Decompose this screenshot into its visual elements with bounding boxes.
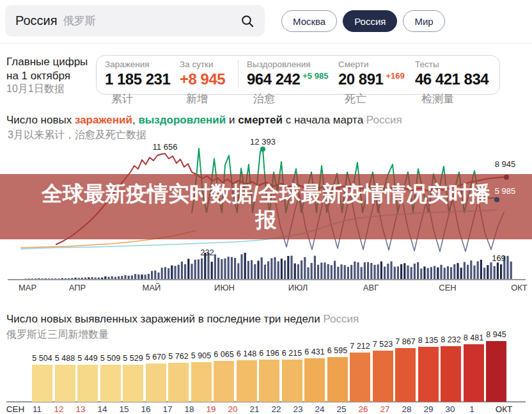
recent-day-label: 23 [293, 404, 302, 414]
mini-bar [51, 278, 53, 279]
mini-bar [187, 259, 189, 279]
mini-bar [281, 259, 283, 279]
mini-bar [48, 278, 50, 279]
recent-bar-value: 6 431 [304, 347, 324, 356]
tabs: МоскваРоссияМир [281, 10, 451, 32]
mini-month-label-ИЮЛ: ИЮЛ [288, 283, 308, 292]
recent-bar-value: 8 481 [464, 333, 483, 342]
mini-bar [164, 267, 166, 279]
mini-bar [45, 278, 47, 279]
summary-heading-line2: на 1 октября [6, 69, 88, 83]
mini-bar [257, 260, 259, 279]
mini-bar [74, 278, 76, 279]
summary-heading-line1: Главные цифры [6, 55, 88, 69]
mini-month-label-АВГ: АВГ [363, 283, 379, 292]
stat-label: Заражения [105, 60, 170, 69]
stat-column-3: Смерти20 891+169死亡 [338, 60, 405, 106]
recent-bar [282, 360, 302, 402]
overlay-banner-text: 全球最新疫情实时数据/全球最新疫情情况实时播报 [37, 180, 495, 233]
mini-bar [217, 258, 219, 279]
mini-month-label-СЕН: СЕН [439, 283, 456, 292]
mini-bar [400, 264, 402, 279]
stat-value: +8 945 [180, 70, 225, 88]
stat-column-0: Заражения1 185 231累计 [105, 60, 170, 106]
mini-bar [178, 265, 180, 279]
recent-bar-value: 8 135 [418, 336, 438, 345]
mini-bar [107, 277, 109, 279]
recent-bar-value: 8 945 [486, 330, 506, 339]
recent-bar [100, 365, 121, 402]
mini-bar [38, 278, 40, 279]
stat-label: Выздоровления [247, 60, 328, 69]
mini-bar [191, 264, 192, 279]
mini-bar [287, 256, 289, 279]
mini-bar [370, 263, 372, 279]
mini-bar [95, 278, 97, 279]
mini-bar [151, 271, 153, 279]
mini-bar [423, 267, 425, 280]
recent-bar [395, 348, 416, 402]
recent-title: Число новых выявленных заражений в после… [6, 313, 359, 326]
tab-москва[interactable]: Москва [281, 10, 337, 32]
mini-axis-line [8, 279, 526, 280]
title-part: Число новых выявленных заражений в после… [6, 313, 323, 325]
mini-bar [28, 278, 30, 279]
mini-bar [98, 278, 100, 280]
title-part: Россия [323, 313, 359, 325]
mini-bar [377, 264, 379, 279]
recent-bar [327, 357, 348, 402]
recent-bar [146, 363, 166, 402]
recent-day-label: 28 [402, 404, 411, 414]
tab-мир[interactable]: Мир [403, 10, 444, 32]
mini-bar [148, 274, 150, 279]
recent-day-label: 22 [271, 404, 281, 414]
mini-bar [221, 259, 223, 279]
mini-bar [387, 264, 389, 279]
chart-annotation-0: 11 656 [153, 142, 178, 152]
recent-bar-value: 5 529 [123, 354, 143, 363]
recent-day-label: 19 [206, 404, 215, 414]
mini-bar [324, 262, 325, 279]
mini-bar [453, 264, 455, 279]
mini-month-label-АПР: АПР [69, 283, 86, 292]
search-input[interactable]: Россия 俄罗斯 [5, 5, 265, 36]
mini-bar [231, 257, 233, 279]
recent-bar-value: 8 232 [441, 335, 460, 344]
mini-bar [228, 257, 230, 279]
search-icon[interactable] [240, 14, 254, 28]
recent-bar-value: 6 148 [237, 349, 256, 358]
mini-bar [417, 262, 419, 279]
mini-bar-chart [0, 253, 532, 281]
tab-россия[interactable]: Россия [343, 10, 397, 32]
recent-day-label: 24 [315, 404, 324, 414]
recent-bar-value: 5 504 [32, 354, 52, 363]
stat-delta: +169 [386, 71, 404, 81]
mini-bar [284, 260, 286, 279]
summary-heading: Главные цифры на 1 октября [6, 55, 88, 83]
recent-day-label: 12 [54, 404, 63, 414]
mini-bar [264, 265, 266, 279]
recent-bar-value: 5 670 [146, 353, 166, 362]
recent-day-label: 20 [228, 404, 237, 414]
recent-bar [441, 346, 461, 402]
mini-bar [247, 261, 249, 279]
mini-bar [171, 266, 173, 279]
mini-bar [411, 267, 412, 279]
stat-column-2: Выздоровления964 242+5 985治愈 [247, 60, 328, 106]
mini-bar [234, 258, 236, 279]
title-part: смертей [238, 114, 283, 126]
mini-bar [364, 262, 366, 279]
mini-bar [373, 265, 375, 279]
mini-bar [301, 260, 302, 279]
mini-bar [397, 266, 399, 279]
mini-bar [506, 256, 508, 279]
recent-bar-value: 5 488 [55, 354, 75, 363]
mini-bar [88, 277, 90, 279]
mini-bar [111, 276, 113, 279]
mini-bar [240, 254, 242, 279]
stat-column-1: За сутки+8 945新增 [180, 60, 225, 106]
recent-bar [32, 365, 52, 402]
recent-bar [214, 361, 234, 402]
recent-bar [237, 360, 257, 402]
mini-bar [483, 267, 485, 279]
